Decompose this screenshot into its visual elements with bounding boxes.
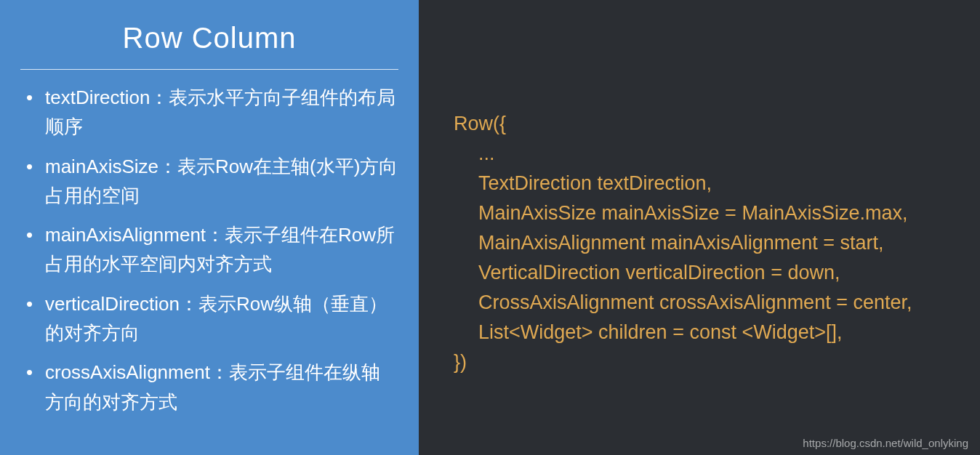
title-underline [20,69,398,70]
bullet-list: textDirection：表示水平方向子组件的布局顺序 mainAxisSiz… [20,83,398,416]
bullet-item: textDirection：表示水平方向子组件的布局顺序 [20,83,398,142]
code-line: CrossAxisAlignment crossAxisAlignment = … [454,288,951,318]
code-line: VerticalDirection verticalDirection = do… [454,258,951,288]
code-line: }) [454,347,951,377]
code-line: ... [454,139,951,169]
left-panel: Row Column textDirection：表示水平方向子组件的布局顺序 … [0,0,419,455]
code-line: Row({ [454,109,951,139]
code-line: MainAxisSize mainAxisSize = MainAxisSize… [454,198,951,228]
code-line: List<Widget> children = const <Widget>[]… [454,318,951,347]
slide-title: Row Column [20,15,398,69]
code-line: TextDirection textDirection, [454,169,951,198]
bullet-item: mainAxisAlignment：表示子组件在Row所占用的水平空间内对齐方式 [20,220,398,279]
bullet-item: crossAxisAlignment：表示子组件在纵轴方向的对齐方式 [20,358,398,416]
bullet-item: mainAxisSize：表示Row在主轴(水平)方向占用的空间 [20,152,398,211]
slide: Row Column textDirection：表示水平方向子组件的布局顺序 … [0,0,980,455]
code-panel: Row({ ... TextDirection textDirection, M… [419,0,980,455]
watermark-text: https://blog.csdn.net/wild_onlyking [803,437,968,449]
bullet-item: verticalDirection：表示Row纵轴（垂直）的对齐方向 [20,289,398,348]
code-line: MainAxisAlignment mainAxisAlignment = st… [454,228,951,258]
